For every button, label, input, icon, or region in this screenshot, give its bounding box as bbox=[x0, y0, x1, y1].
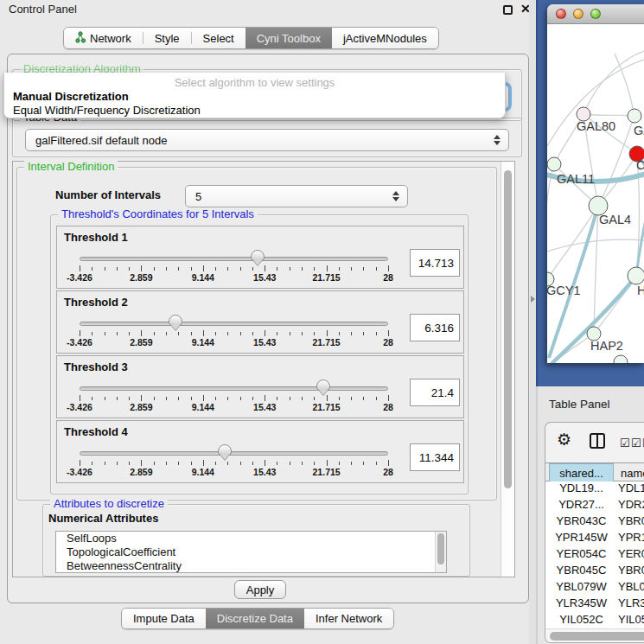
tab-select[interactable]: Select bbox=[192, 28, 245, 48]
attribute-list-item[interactable]: SelfLoops bbox=[56, 532, 446, 545]
network-edge[interactable] bbox=[636, 208, 644, 276]
control-panel-titlebar: Control Panel ✕ bbox=[0, 0, 536, 19]
tab-label: Style bbox=[155, 32, 180, 45]
threshold-value-field[interactable]: 21.4 bbox=[410, 379, 460, 406]
cell-shared-name[interactable]: YIL052C bbox=[549, 613, 614, 626]
threshold-value-field[interactable]: 11.344 bbox=[410, 443, 460, 471]
dropdown-item-manual-discretization[interactable]: Manual Discretization bbox=[13, 90, 129, 103]
network-edge[interactable] bbox=[547, 60, 644, 146]
column-header-shared-name[interactable]: shared... bbox=[549, 463, 614, 482]
scrollbar-thumb[interactable] bbox=[437, 533, 444, 564]
network-edge[interactable] bbox=[583, 51, 644, 114]
network-node-gal[interactable] bbox=[628, 109, 641, 123]
cell-name[interactable]: YPR14 bbox=[618, 531, 644, 544]
settings-vertical-scrollbar[interactable] bbox=[501, 162, 514, 577]
table-row[interactable]: YIL052CYIL05 bbox=[545, 613, 644, 629]
cell-shared-name[interactable]: YBR043C bbox=[549, 514, 614, 527]
apply-button[interactable]: Apply bbox=[234, 580, 286, 599]
tick-mark bbox=[141, 265, 142, 271]
attribute-list-item[interactable]: BetweennessCentrality bbox=[56, 559, 446, 573]
slider-track[interactable] bbox=[80, 386, 388, 391]
cell-shared-name[interactable]: YDL19... bbox=[549, 481, 614, 494]
network-node-gal11[interactable] bbox=[547, 157, 561, 171]
cell-name[interactable]: YDR27 bbox=[618, 498, 644, 511]
cell-name[interactable]: YBR04 bbox=[618, 564, 644, 577]
gear-icon[interactable]: ⚙ bbox=[557, 430, 571, 450]
column-layout-icon[interactable] bbox=[590, 433, 605, 449]
network-edge[interactable] bbox=[594, 206, 598, 334]
slider-thumb[interactable] bbox=[169, 315, 182, 326]
checkbox-icon[interactable]: ☑ bbox=[620, 437, 630, 450]
thresholds-group: Threshold's Coordinates for 5 Intervals … bbox=[50, 214, 469, 494]
threshold-value-field[interactable]: 14.713 bbox=[410, 249, 460, 277]
cell-name[interactable]: YBR04 bbox=[618, 514, 644, 527]
table-row[interactable]: YER054CYER05 bbox=[545, 547, 644, 564]
table-row[interactable]: YBR045CYBR04 bbox=[545, 564, 644, 580]
scrollbar-thumb[interactable] bbox=[550, 632, 644, 641]
slider-thumb[interactable] bbox=[316, 379, 330, 391]
cell-name[interactable]: YER05 bbox=[618, 547, 644, 560]
slider-track[interactable] bbox=[80, 451, 388, 456]
dropdown-item-equal-width[interactable]: Equal Width/Frequency Discretization bbox=[13, 104, 201, 117]
table-row[interactable]: YLR345WYLR34 bbox=[545, 596, 644, 613]
tab-discretize-data[interactable]: Discretize Data bbox=[206, 609, 304, 628]
table-row[interactable]: YBL079WYBL07 bbox=[545, 580, 644, 596]
close-traffic-light-icon[interactable] bbox=[556, 9, 566, 19]
number-of-intervals-value: 5 bbox=[195, 190, 201, 203]
node-label: HA bbox=[637, 284, 644, 297]
tick-mark bbox=[363, 462, 364, 465]
attribute-list-item[interactable]: TopologicalCoefficient bbox=[56, 545, 446, 559]
network-node[interactable] bbox=[614, 355, 628, 363]
tab-label: Infer Network bbox=[316, 612, 382, 625]
tab-network[interactable]: Network bbox=[64, 28, 143, 48]
slider-track[interactable] bbox=[80, 257, 388, 261]
tab-cyni-toolbox[interactable]: Cyni Toolbox bbox=[245, 28, 332, 48]
network-edge[interactable] bbox=[547, 164, 554, 279]
network-edge[interactable] bbox=[547, 239, 644, 252]
node-label: GAL bbox=[634, 124, 644, 137]
tab-infer-network[interactable]: Infer Network bbox=[304, 609, 393, 628]
threshold-value-field[interactable]: 6.316 bbox=[410, 314, 460, 341]
slider-thumb[interactable] bbox=[218, 444, 232, 456]
cell-shared-name[interactable]: YBR045C bbox=[549, 564, 614, 577]
cell-name[interactable]: YBL07 bbox=[618, 580, 644, 593]
table-row[interactable]: YBR043CYBR04 bbox=[545, 514, 644, 531]
float-window-icon[interactable] bbox=[503, 5, 513, 15]
checkbox-icon[interactable]: ☑ bbox=[631, 437, 641, 450]
slider-thumb[interactable] bbox=[251, 250, 265, 261]
cell-shared-name[interactable]: YLR345W bbox=[549, 596, 614, 609]
table-horizontal-scrollbar[interactable] bbox=[545, 628, 644, 642]
cell-shared-name[interactable]: YBL079W bbox=[549, 580, 614, 593]
cell-shared-name[interactable]: YER054C bbox=[549, 547, 614, 560]
cell-shared-name[interactable]: YDR27... bbox=[549, 498, 614, 511]
network-edge[interactable] bbox=[547, 206, 598, 279]
column-header-name[interactable]: name bbox=[614, 463, 644, 482]
cell-shared-name[interactable]: YPR145W bbox=[549, 531, 614, 544]
table-row[interactable]: YDL19...YDL19 bbox=[545, 481, 644, 498]
network-node-ha[interactable] bbox=[628, 267, 644, 284]
attributes-list[interactable]: SelfLoopsTopologicalCoefficientBetweenne… bbox=[55, 531, 447, 573]
slider-track[interactable] bbox=[80, 322, 388, 326]
table-row[interactable]: YDR27...YDR27 bbox=[545, 498, 644, 514]
attributes-scrollbar[interactable] bbox=[435, 532, 446, 572]
tab-style[interactable]: Style bbox=[143, 28, 191, 48]
cell-name[interactable]: YDL19 bbox=[618, 481, 644, 494]
network-edge[interactable] bbox=[615, 54, 634, 116]
tab-impute-data[interactable]: Impute Data bbox=[122, 609, 206, 628]
cell-name[interactable]: YIL05 bbox=[618, 613, 644, 626]
number-of-intervals-select[interactable]: 5 bbox=[185, 185, 408, 207]
scrollbar-thumb[interactable] bbox=[504, 170, 512, 488]
cell-name[interactable]: YLR34 bbox=[618, 596, 644, 609]
tick-mark bbox=[227, 332, 228, 335]
table-data-select[interactable]: galFiltered.sif default node bbox=[25, 129, 509, 151]
table-row[interactable]: YPR145WYPR14 bbox=[545, 531, 644, 547]
network-window-titlebar[interactable] bbox=[547, 4, 644, 24]
tab-jactivemnodules[interactable]: jActiveMNodules bbox=[332, 28, 438, 48]
zoom-traffic-light-icon[interactable] bbox=[590, 9, 601, 19]
minimize-traffic-light-icon[interactable] bbox=[573, 9, 583, 19]
tick-mark bbox=[191, 267, 192, 271]
network-view[interactable]: GAL80GALCGAL11GAL4GCY1HAHAP2 bbox=[547, 25, 644, 363]
network-edge[interactable] bbox=[583, 114, 634, 116]
panel-splitter[interactable] bbox=[529, 0, 536, 644]
splitter-handle-icon[interactable] bbox=[531, 296, 535, 303]
